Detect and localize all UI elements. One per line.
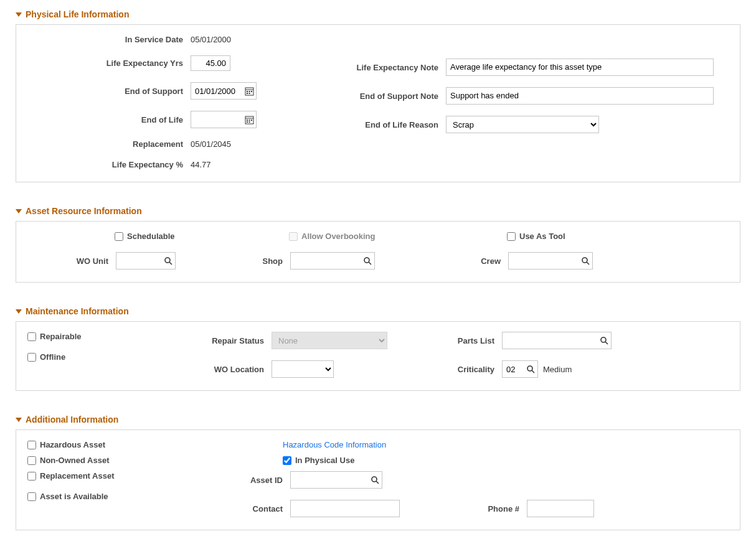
section-title: Asset Resource Information <box>26 206 142 216</box>
hazardous-label: Hazardous Asset <box>40 440 105 449</box>
svg-rect-3 <box>248 91 250 92</box>
calendar-icon[interactable] <box>242 115 256 124</box>
allow-overbooking-checkbox <box>289 232 298 241</box>
wo-unit-input[interactable] <box>116 253 161 269</box>
offline-checkbox[interactable] <box>27 353 36 362</box>
collapse-icon <box>16 209 22 213</box>
repair-status-label: Repair Status <box>189 336 272 345</box>
end-life-input[interactable] <box>191 111 242 128</box>
hazardous-code-link[interactable]: Hazardous Code Information <box>283 440 386 449</box>
physical-life-header[interactable]: Physical Life Information <box>16 9 740 19</box>
asset-id-label: Asset ID <box>239 476 290 485</box>
contact-input[interactable] <box>290 500 400 517</box>
physical-life-panel: In Service Date 05/01/2000 Life Expectan… <box>16 24 740 182</box>
end-support-label: End of Support <box>27 87 191 96</box>
end-life-reason-label: End of Life Reason <box>326 120 446 129</box>
wo-location-select[interactable] <box>272 360 334 378</box>
criticality-input[interactable] <box>503 361 524 377</box>
asset-available-label: Asset is Available <box>40 492 108 501</box>
collapse-icon <box>16 309 22 314</box>
asset-id-input[interactable] <box>291 472 368 488</box>
wo-location-label: WO Location <box>189 365 272 374</box>
maintenance-section: Maintenance Information Repairable Offli… <box>16 306 740 391</box>
svg-point-24 <box>372 477 377 482</box>
collapse-icon <box>16 12 22 17</box>
non-owned-checkbox[interactable] <box>27 456 36 465</box>
svg-point-16 <box>364 258 369 263</box>
end-life-reason-select[interactable]: Scrap <box>446 116 599 133</box>
in-service-date-label: In Service Date <box>27 35 191 44</box>
asset-resource-section: Asset Resource Information Schedulable W… <box>16 206 740 283</box>
shop-input[interactable] <box>291 253 361 269</box>
svg-rect-13 <box>248 121 250 123</box>
replacement-value: 05/01/2045 <box>191 139 231 149</box>
svg-line-19 <box>587 262 589 265</box>
phone-label: Phone # <box>470 504 527 514</box>
maintenance-header[interactable]: Maintenance Information <box>16 306 740 316</box>
end-life-label: End of Life <box>27 115 191 124</box>
in-service-date-value: 05/01/2000 <box>191 35 231 44</box>
end-support-note-input[interactable]: Support has ended <box>446 87 714 105</box>
parts-list-input[interactable] <box>503 332 597 349</box>
asset-available-checkbox[interactable] <box>27 492 36 501</box>
offline-label: Offline <box>40 352 65 362</box>
lookup-icon[interactable] <box>579 257 592 265</box>
section-title: Maintenance Information <box>26 306 129 316</box>
svg-rect-4 <box>251 91 252 92</box>
lookup-icon[interactable] <box>597 337 611 345</box>
shop-label: Shop <box>233 256 290 266</box>
replacement-asset-label: Replacement Asset <box>40 471 114 481</box>
end-support-note-label: End of Support Note <box>326 91 446 101</box>
lookup-icon[interactable] <box>161 257 175 265</box>
svg-rect-2 <box>247 91 248 92</box>
svg-rect-12 <box>247 121 248 123</box>
lookup-icon[interactable] <box>361 257 374 265</box>
non-owned-label: Non-Owned Asset <box>40 456 109 465</box>
calendar-icon[interactable] <box>242 87 256 96</box>
use-as-tool-label: Use As Tool <box>519 232 565 241</box>
wo-unit-label: WO Unit <box>27 256 116 266</box>
schedulable-label: Schedulable <box>127 232 175 241</box>
replacement-asset-checkbox[interactable] <box>27 472 36 481</box>
crew-input[interactable] <box>509 253 579 269</box>
schedulable-checkbox[interactable] <box>115 232 123 241</box>
svg-line-17 <box>369 262 371 265</box>
end-support-input[interactable] <box>191 83 242 99</box>
svg-line-23 <box>532 370 534 373</box>
hazardous-checkbox[interactable] <box>27 441 36 449</box>
life-exp-note-input[interactable]: Average life expectancy for this asset t… <box>446 59 714 76</box>
svg-rect-11 <box>251 120 252 121</box>
maintenance-panel: Repairable Offline Repair Status None WO… <box>16 321 740 391</box>
section-title: Additional Information <box>26 415 118 424</box>
repairable-checkbox[interactable] <box>27 332 36 341</box>
contact-label: Contact <box>239 504 290 514</box>
svg-rect-9 <box>247 120 248 121</box>
section-title: Physical Life Information <box>26 9 129 19</box>
lookup-icon[interactable] <box>368 476 382 484</box>
svg-rect-6 <box>248 93 250 94</box>
life-exp-yrs-label: Life Expectancy Yrs <box>27 59 191 68</box>
criticality-label: Criticality <box>438 365 502 374</box>
svg-point-22 <box>527 366 532 371</box>
asset-resource-header[interactable]: Asset Resource Information <box>16 206 740 216</box>
collapse-icon <box>16 418 22 422</box>
phone-input[interactable] <box>527 500 594 517</box>
svg-rect-10 <box>248 120 250 121</box>
svg-line-21 <box>605 342 608 344</box>
physical-life-section: Physical Life Information In Service Dat… <box>16 9 740 182</box>
repair-status-select: None <box>272 332 387 349</box>
in-physical-use-checkbox[interactable] <box>283 456 291 465</box>
additional-header[interactable]: Additional Information <box>16 415 740 424</box>
replacement-label: Replacement <box>27 139 191 149</box>
svg-rect-5 <box>247 93 248 94</box>
use-as-tool-checkbox[interactable] <box>507 232 516 241</box>
life-exp-yrs-input[interactable] <box>191 55 230 71</box>
svg-point-14 <box>165 258 170 263</box>
svg-line-25 <box>376 481 379 484</box>
svg-point-20 <box>601 337 606 342</box>
asset-resource-panel: Schedulable WO Unit Allow Overbooking <box>16 221 740 283</box>
allow-overbooking-label: Allow Overbooking <box>301 232 375 241</box>
criticality-text: Medium <box>543 365 572 374</box>
lookup-icon[interactable] <box>524 365 537 373</box>
crew-label: Crew <box>463 256 508 266</box>
